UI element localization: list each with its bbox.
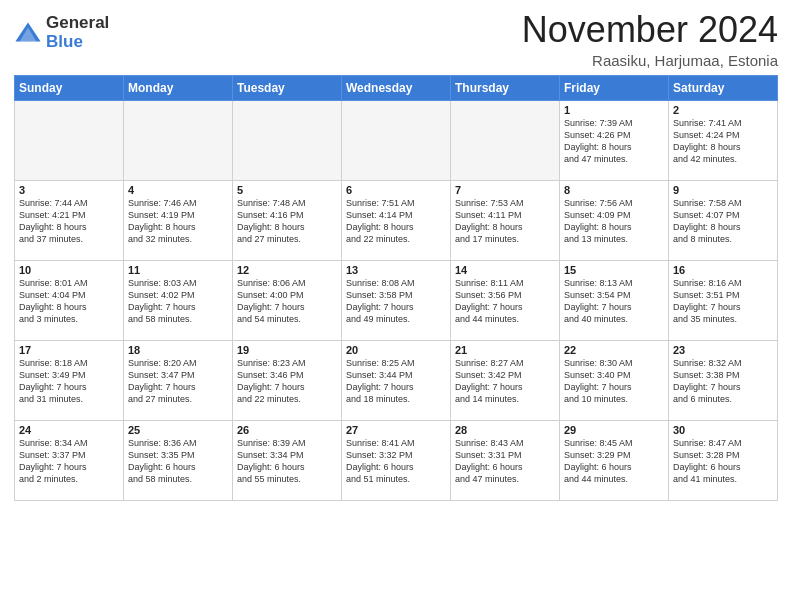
calendar-cell: 17Sunrise: 8:18 AM Sunset: 3:49 PM Dayli… [15,340,124,420]
day-info: Sunrise: 8:30 AM Sunset: 3:40 PM Dayligh… [564,357,664,406]
day-number: 26 [237,424,337,436]
calendar-cell: 25Sunrise: 8:36 AM Sunset: 3:35 PM Dayli… [124,420,233,500]
week-row-5: 24Sunrise: 8:34 AM Sunset: 3:37 PM Dayli… [15,420,778,500]
calendar: SundayMondayTuesdayWednesdayThursdayFrid… [14,75,778,501]
week-row-3: 10Sunrise: 8:01 AM Sunset: 4:04 PM Dayli… [15,260,778,340]
day-number: 10 [19,264,119,276]
day-info: Sunrise: 8:34 AM Sunset: 3:37 PM Dayligh… [19,437,119,486]
day-info: Sunrise: 7:39 AM Sunset: 4:26 PM Dayligh… [564,117,664,166]
day-number: 4 [128,184,228,196]
day-number: 6 [346,184,446,196]
weekday-header-thursday: Thursday [451,75,560,100]
day-info: Sunrise: 7:58 AM Sunset: 4:07 PM Dayligh… [673,197,773,246]
calendar-cell: 21Sunrise: 8:27 AM Sunset: 3:42 PM Dayli… [451,340,560,420]
calendar-cell: 19Sunrise: 8:23 AM Sunset: 3:46 PM Dayli… [233,340,342,420]
calendar-cell: 8Sunrise: 7:56 AM Sunset: 4:09 PM Daylig… [560,180,669,260]
calendar-cell: 4Sunrise: 7:46 AM Sunset: 4:19 PM Daylig… [124,180,233,260]
calendar-cell: 9Sunrise: 7:58 AM Sunset: 4:07 PM Daylig… [669,180,778,260]
calendar-cell: 30Sunrise: 8:47 AM Sunset: 3:28 PM Dayli… [669,420,778,500]
calendar-cell [124,100,233,180]
day-number: 15 [564,264,664,276]
week-row-1: 1Sunrise: 7:39 AM Sunset: 4:26 PM Daylig… [15,100,778,180]
day-number: 12 [237,264,337,276]
logo-blue: Blue [46,33,109,52]
day-info: Sunrise: 7:51 AM Sunset: 4:14 PM Dayligh… [346,197,446,246]
day-number: 9 [673,184,773,196]
day-number: 1 [564,104,664,116]
calendar-cell: 23Sunrise: 8:32 AM Sunset: 3:38 PM Dayli… [669,340,778,420]
day-info: Sunrise: 8:20 AM Sunset: 3:47 PM Dayligh… [128,357,228,406]
day-info: Sunrise: 7:53 AM Sunset: 4:11 PM Dayligh… [455,197,555,246]
weekday-header-sunday: Sunday [15,75,124,100]
calendar-cell: 5Sunrise: 7:48 AM Sunset: 4:16 PM Daylig… [233,180,342,260]
day-info: Sunrise: 8:47 AM Sunset: 3:28 PM Dayligh… [673,437,773,486]
calendar-cell [451,100,560,180]
location: Raasiku, Harjumaa, Estonia [522,52,778,69]
day-number: 24 [19,424,119,436]
title-block: November 2024 Raasiku, Harjumaa, Estonia [522,10,778,69]
header: General Blue November 2024 Raasiku, Harj… [14,10,778,69]
calendar-cell: 26Sunrise: 8:39 AM Sunset: 3:34 PM Dayli… [233,420,342,500]
month-title: November 2024 [522,10,778,50]
day-number: 17 [19,344,119,356]
day-number: 29 [564,424,664,436]
day-number: 27 [346,424,446,436]
day-info: Sunrise: 8:32 AM Sunset: 3:38 PM Dayligh… [673,357,773,406]
day-number: 28 [455,424,555,436]
day-number: 7 [455,184,555,196]
day-info: Sunrise: 8:41 AM Sunset: 3:32 PM Dayligh… [346,437,446,486]
day-info: Sunrise: 7:41 AM Sunset: 4:24 PM Dayligh… [673,117,773,166]
calendar-cell: 18Sunrise: 8:20 AM Sunset: 3:47 PM Dayli… [124,340,233,420]
calendar-cell: 22Sunrise: 8:30 AM Sunset: 3:40 PM Dayli… [560,340,669,420]
calendar-cell: 13Sunrise: 8:08 AM Sunset: 3:58 PM Dayli… [342,260,451,340]
day-info: Sunrise: 8:03 AM Sunset: 4:02 PM Dayligh… [128,277,228,326]
weekday-header-saturday: Saturday [669,75,778,100]
day-info: Sunrise: 8:23 AM Sunset: 3:46 PM Dayligh… [237,357,337,406]
day-number: 8 [564,184,664,196]
day-info: Sunrise: 8:43 AM Sunset: 3:31 PM Dayligh… [455,437,555,486]
day-info: Sunrise: 8:25 AM Sunset: 3:44 PM Dayligh… [346,357,446,406]
calendar-cell: 6Sunrise: 7:51 AM Sunset: 4:14 PM Daylig… [342,180,451,260]
day-number: 16 [673,264,773,276]
calendar-cell: 2Sunrise: 7:41 AM Sunset: 4:24 PM Daylig… [669,100,778,180]
calendar-cell: 29Sunrise: 8:45 AM Sunset: 3:29 PM Dayli… [560,420,669,500]
day-number: 14 [455,264,555,276]
week-row-4: 17Sunrise: 8:18 AM Sunset: 3:49 PM Dayli… [15,340,778,420]
calendar-cell: 10Sunrise: 8:01 AM Sunset: 4:04 PM Dayli… [15,260,124,340]
week-row-2: 3Sunrise: 7:44 AM Sunset: 4:21 PM Daylig… [15,180,778,260]
day-info: Sunrise: 8:11 AM Sunset: 3:56 PM Dayligh… [455,277,555,326]
calendar-cell: 16Sunrise: 8:16 AM Sunset: 3:51 PM Dayli… [669,260,778,340]
calendar-cell: 14Sunrise: 8:11 AM Sunset: 3:56 PM Dayli… [451,260,560,340]
day-info: Sunrise: 8:45 AM Sunset: 3:29 PM Dayligh… [564,437,664,486]
day-number: 23 [673,344,773,356]
logo: General Blue [14,14,109,51]
day-info: Sunrise: 8:36 AM Sunset: 3:35 PM Dayligh… [128,437,228,486]
calendar-cell [233,100,342,180]
day-info: Sunrise: 8:06 AM Sunset: 4:00 PM Dayligh… [237,277,337,326]
calendar-cell: 11Sunrise: 8:03 AM Sunset: 4:02 PM Dayli… [124,260,233,340]
day-info: Sunrise: 8:01 AM Sunset: 4:04 PM Dayligh… [19,277,119,326]
calendar-cell [342,100,451,180]
day-number: 25 [128,424,228,436]
calendar-cell: 24Sunrise: 8:34 AM Sunset: 3:37 PM Dayli… [15,420,124,500]
calendar-cell: 3Sunrise: 7:44 AM Sunset: 4:21 PM Daylig… [15,180,124,260]
day-info: Sunrise: 8:18 AM Sunset: 3:49 PM Dayligh… [19,357,119,406]
page: General Blue November 2024 Raasiku, Harj… [0,0,792,612]
day-info: Sunrise: 8:16 AM Sunset: 3:51 PM Dayligh… [673,277,773,326]
calendar-cell: 28Sunrise: 8:43 AM Sunset: 3:31 PM Dayli… [451,420,560,500]
day-info: Sunrise: 8:08 AM Sunset: 3:58 PM Dayligh… [346,277,446,326]
day-info: Sunrise: 8:13 AM Sunset: 3:54 PM Dayligh… [564,277,664,326]
weekday-header-row: SundayMondayTuesdayWednesdayThursdayFrid… [15,75,778,100]
day-info: Sunrise: 7:44 AM Sunset: 4:21 PM Dayligh… [19,197,119,246]
day-number: 13 [346,264,446,276]
calendar-cell: 12Sunrise: 8:06 AM Sunset: 4:00 PM Dayli… [233,260,342,340]
day-number: 5 [237,184,337,196]
day-number: 30 [673,424,773,436]
day-info: Sunrise: 8:27 AM Sunset: 3:42 PM Dayligh… [455,357,555,406]
weekday-header-monday: Monday [124,75,233,100]
weekday-header-wednesday: Wednesday [342,75,451,100]
calendar-cell: 1Sunrise: 7:39 AM Sunset: 4:26 PM Daylig… [560,100,669,180]
weekday-header-tuesday: Tuesday [233,75,342,100]
day-info: Sunrise: 8:39 AM Sunset: 3:34 PM Dayligh… [237,437,337,486]
logo-text: General Blue [46,14,109,51]
